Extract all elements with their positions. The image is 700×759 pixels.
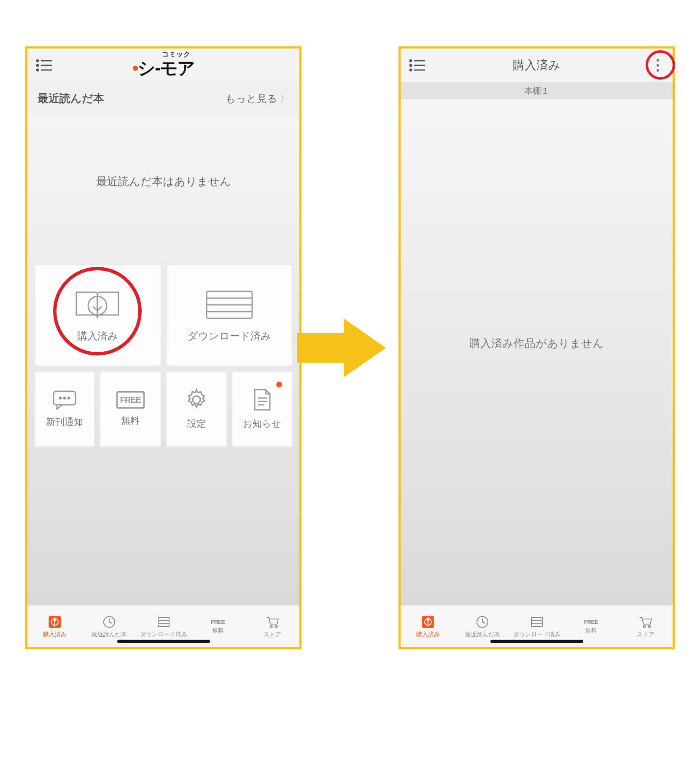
tab-label: 最近読んだ本 xyxy=(92,631,127,638)
free-card[interactable]: FREE 無料 xyxy=(100,371,161,447)
cart-icon xyxy=(265,615,280,629)
home-indicator[interactable] xyxy=(490,640,583,643)
speech-bubble-icon xyxy=(52,390,77,410)
svg-point-28 xyxy=(270,625,272,627)
logo-dot-icon: • xyxy=(132,58,138,78)
svg-marker-30 xyxy=(297,318,386,377)
app-logo: コミック •シ-モア xyxy=(27,50,299,80)
document-icon xyxy=(251,388,273,412)
tab-label: 購入済み xyxy=(43,631,67,638)
home-indicator[interactable] xyxy=(117,640,210,643)
purchased-label: 購入済み xyxy=(77,329,118,343)
tab-purchased[interactable]: 購入済み xyxy=(27,606,82,647)
svg-point-13 xyxy=(59,397,61,399)
more-vertical-icon[interactable] xyxy=(652,57,664,74)
shelf-name[interactable]: 本棚１ xyxy=(401,82,673,99)
svg-point-0 xyxy=(37,60,38,62)
tab-label: 購入済み xyxy=(416,631,440,638)
svg-point-31 xyxy=(410,60,412,62)
svg-point-43 xyxy=(427,619,429,621)
notice-label: お知らせ xyxy=(243,417,281,430)
svg-point-39 xyxy=(657,69,659,72)
svg-point-49 xyxy=(648,625,650,627)
svg-point-29 xyxy=(275,625,277,627)
tab-store[interactable]: ストア xyxy=(618,606,673,647)
tab-label: 無料 xyxy=(585,627,597,635)
svg-rect-25 xyxy=(158,617,169,627)
settings-label: 設定 xyxy=(187,417,206,430)
svg-point-15 xyxy=(68,397,70,399)
recent-empty-message: 最近読んだ本はありません xyxy=(27,174,299,189)
svg-point-14 xyxy=(64,397,65,399)
free-label: 無料 xyxy=(121,414,140,427)
svg-point-4 xyxy=(37,69,38,71)
svg-point-16 xyxy=(193,396,200,404)
tab-purchased[interactable]: 購入済み xyxy=(401,606,455,647)
tab-label: ダウンロード済み xyxy=(513,631,560,638)
phone-right: 購入済み 本棚１ 購入済み作品がありません 購入済み 最近読んだ本 xyxy=(398,46,675,649)
shelf-icon xyxy=(204,288,255,322)
free-small-icon: FREE xyxy=(211,619,225,625)
settings-card[interactable]: 設定 xyxy=(166,371,227,447)
shelf-small-icon xyxy=(156,615,171,629)
purchased-empty-message: 購入済み作品がありません xyxy=(401,336,673,351)
tab-purchased-icon xyxy=(48,615,62,629)
downloaded-label: ダウンロード済み xyxy=(188,329,271,343)
svg-rect-45 xyxy=(531,617,542,627)
free-small-icon: FREE xyxy=(584,619,598,625)
tab-purchased-icon xyxy=(421,615,435,629)
see-more-link[interactable]: もっと見る 〉 xyxy=(225,92,289,105)
svg-point-35 xyxy=(410,69,412,71)
tab-store[interactable]: ストア xyxy=(245,606,299,647)
clock-icon xyxy=(475,615,490,629)
tab-label: ストア xyxy=(637,631,654,638)
menu-list-icon[interactable] xyxy=(36,59,53,72)
cart-icon xyxy=(638,615,653,629)
header: 購入済み xyxy=(401,48,673,82)
see-more-label: もっと見る xyxy=(225,92,277,105)
gear-icon xyxy=(185,388,208,412)
svg-point-38 xyxy=(657,64,659,67)
downloaded-card[interactable]: ダウンロード済み xyxy=(166,265,293,366)
chevron-right-icon: 〉 xyxy=(280,92,289,105)
recent-title: 最近読んだ本 xyxy=(38,91,104,106)
notice-card[interactable]: お知らせ xyxy=(232,371,293,447)
svg-point-48 xyxy=(643,625,645,627)
free-icon: FREE xyxy=(116,391,145,409)
clock-icon xyxy=(102,615,116,629)
tab-label: 無料 xyxy=(212,627,224,635)
logo-subtitle: コミック xyxy=(53,50,299,59)
tab-label: 最近読んだ本 xyxy=(465,631,500,638)
shelf-small-icon xyxy=(530,615,544,629)
svg-point-2 xyxy=(37,65,38,66)
book-download-icon xyxy=(74,288,121,322)
purchased-card[interactable]: 購入済み xyxy=(34,265,161,366)
page-title: 購入済み xyxy=(401,57,673,73)
phone-left: コミック •シ-モア 最近読んだ本 もっと見る 〉 最近読んだ本はありません xyxy=(25,46,302,649)
logo-text-2: -モア xyxy=(155,58,194,78)
tab-label: ダウンロード済み xyxy=(140,631,187,638)
tab-label: ストア xyxy=(264,631,281,638)
new-arrival-card[interactable]: 新刊通知 xyxy=(34,371,95,447)
flow-arrow-icon xyxy=(297,314,386,382)
svg-point-33 xyxy=(410,65,412,66)
header: コミック •シ-モア xyxy=(27,48,299,82)
logo-text-1: シ xyxy=(137,58,155,78)
notification-badge-icon xyxy=(276,382,282,388)
svg-point-23 xyxy=(54,619,56,621)
recent-section-header: 最近読んだ本 もっと見る 〉 xyxy=(27,82,299,115)
new-arrival-label: 新刊通知 xyxy=(46,416,83,428)
menu-list-icon[interactable] xyxy=(409,59,426,72)
svg-point-37 xyxy=(657,59,659,62)
